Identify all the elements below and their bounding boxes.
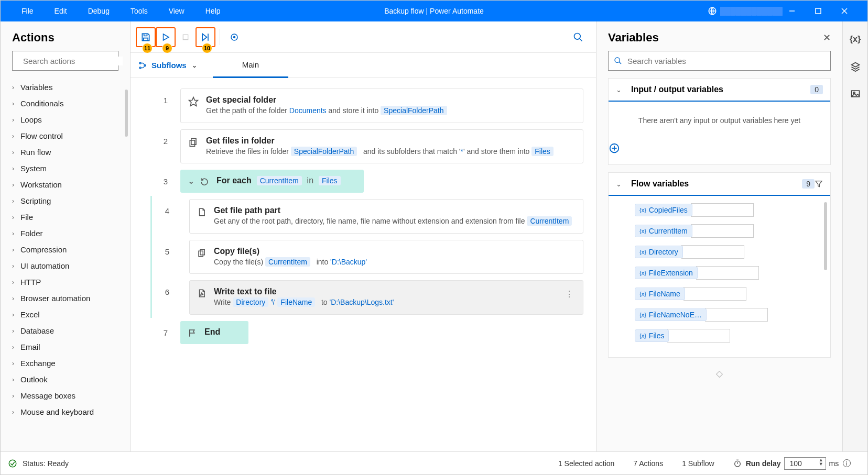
variable-chip[interactable]: {x}CopiedFiles bbox=[635, 204, 692, 216]
action-category[interactable]: ›UI automation bbox=[12, 258, 125, 274]
variable-chip[interactable]: {x}Files bbox=[635, 329, 669, 342]
status-bar: Status: Ready 1 Selected action 7 Action… bbox=[1, 451, 867, 474]
environment-badge[interactable]: ████████████ bbox=[701, 6, 789, 16]
flow-variable-row[interactable]: {x}FileNameNoE… bbox=[635, 308, 823, 322]
editor-search-button[interactable] bbox=[566, 25, 591, 50]
step-end[interactable]: End bbox=[180, 321, 248, 344]
chevron-right-icon: › bbox=[12, 84, 14, 91]
action-category[interactable]: ›Loops bbox=[12, 112, 125, 128]
step-get-files-in-folder[interactable]: Get files in folder Retrieve the files i… bbox=[180, 129, 583, 164]
step-copy-files[interactable]: Copy file(s) Copy the file(s) CurrentIte… bbox=[189, 240, 583, 274]
variables-search-box[interactable] bbox=[608, 51, 831, 71]
action-category[interactable]: ›Database bbox=[12, 323, 125, 339]
menu-help[interactable]: Help bbox=[195, 7, 231, 15]
variable-value-box[interactable] bbox=[667, 329, 730, 343]
action-category[interactable]: ›Outlook bbox=[12, 371, 125, 388]
maximize-button[interactable] bbox=[815, 8, 841, 14]
action-category[interactable]: ›Compression bbox=[12, 241, 125, 258]
action-category[interactable]: ›Mouse and keyboard bbox=[12, 404, 125, 420]
action-category[interactable]: ›Message boxes bbox=[12, 388, 125, 404]
step-for-each[interactable]: ⌄ For each CurrentItem in Files bbox=[180, 170, 364, 193]
variable-value-box[interactable] bbox=[696, 266, 759, 280]
action-category[interactable]: ›Run flow bbox=[12, 144, 125, 160]
variable-chip[interactable]: {x}FileExtension bbox=[635, 267, 698, 279]
actions-search-box[interactable] bbox=[12, 51, 118, 71]
action-category[interactable]: ›Flow control bbox=[12, 128, 125, 144]
action-category[interactable]: ›File bbox=[12, 209, 125, 225]
action-category[interactable]: ›Folder bbox=[12, 225, 125, 241]
chevron-down-icon: ⌄ bbox=[616, 86, 622, 94]
step-title: Get file path part bbox=[214, 206, 576, 215]
rail-layers-icon[interactable] bbox=[847, 58, 864, 75]
action-category[interactable]: ›HTTP bbox=[12, 274, 125, 290]
flow-variables-header[interactable]: ⌄ Flow variables 9 bbox=[609, 173, 830, 196]
run-button[interactable]: 9 bbox=[156, 27, 176, 47]
menu-view[interactable]: View bbox=[158, 7, 195, 15]
step-get-special-folder[interactable]: Get special folder Get the path of the f… bbox=[180, 89, 583, 123]
action-category[interactable]: ›System bbox=[12, 160, 125, 176]
variable-chip[interactable]: {x}CurrentItem bbox=[635, 225, 692, 237]
svg-point-24 bbox=[615, 58, 620, 62]
variable-value-box[interactable] bbox=[705, 308, 768, 322]
filter-icon[interactable] bbox=[815, 180, 823, 188]
variable-value-box[interactable] bbox=[681, 245, 744, 259]
info-icon[interactable]: i bbox=[843, 459, 851, 467]
subflows-dropdown[interactable]: Subflows ⌄ bbox=[138, 61, 197, 70]
chevron-right-icon: › bbox=[12, 311, 14, 318]
minimize-button[interactable] bbox=[789, 8, 815, 14]
step-write-text-to-file[interactable]: Write text to file Write Directory '\' F… bbox=[189, 280, 583, 315]
action-category[interactable]: ›Excel bbox=[12, 306, 125, 323]
collapse-icon[interactable]: ⌄ bbox=[188, 176, 194, 186]
flow-vars-scrollbar[interactable] bbox=[824, 202, 827, 270]
action-category[interactable]: ›Email bbox=[12, 339, 125, 355]
action-category[interactable]: ›Exchange bbox=[12, 355, 125, 371]
variable-value-box[interactable] bbox=[691, 224, 754, 238]
flow-variable-row[interactable]: {x}CurrentItem bbox=[635, 224, 823, 238]
status-text: Status: Ready bbox=[23, 459, 69, 468]
flow-variable-row[interactable]: {x}CopiedFiles bbox=[635, 203, 823, 217]
actions-list[interactable]: ›Variables›Conditionals›Loops›Flow contr… bbox=[1, 76, 130, 452]
svg-point-12 bbox=[233, 36, 236, 38]
save-button[interactable]: 11 bbox=[136, 27, 156, 47]
step-get-file-path-part[interactable]: Get file path part Get any of the root p… bbox=[189, 199, 583, 234]
chevron-right-icon: › bbox=[12, 295, 14, 302]
actions-search-input[interactable] bbox=[23, 57, 123, 65]
step-next-button[interactable]: 10 bbox=[196, 27, 215, 47]
record-button[interactable] bbox=[224, 27, 244, 47]
flow-variables-list[interactable]: {x}CopiedFiles{x}CurrentItem{x}Directory… bbox=[609, 196, 830, 357]
menu-file[interactable]: File bbox=[11, 7, 44, 15]
add-io-variable-button[interactable] bbox=[609, 139, 830, 164]
variable-chip[interactable]: {x}FileNameNoE… bbox=[635, 308, 707, 321]
action-category[interactable]: ›Workstation bbox=[12, 176, 125, 193]
action-category[interactable]: ›Browser automation bbox=[12, 290, 125, 306]
actions-scrollbar[interactable] bbox=[125, 90, 128, 137]
flow-variable-row[interactable]: {x}FileExtension bbox=[635, 266, 823, 280]
menu-edit[interactable]: Edit bbox=[44, 7, 78, 15]
tab-main[interactable]: Main bbox=[213, 53, 289, 78]
rail-images-icon[interactable] bbox=[847, 85, 864, 102]
chevron-right-icon: › bbox=[12, 149, 14, 156]
action-category[interactable]: ›Scripting bbox=[12, 193, 125, 209]
flow-variable-row[interactable]: {x}FileName bbox=[635, 287, 823, 301]
step-title: End bbox=[204, 327, 220, 337]
close-button[interactable] bbox=[841, 8, 867, 14]
menu-tools[interactable]: Tools bbox=[120, 7, 158, 15]
io-variables-header[interactable]: ⌄ Input / output variables 0 bbox=[609, 79, 830, 102]
more-menu-icon[interactable]: ⋮ bbox=[563, 287, 576, 301]
clear-variables-button[interactable]: ◇ bbox=[596, 365, 842, 382]
variables-search-input[interactable] bbox=[627, 57, 825, 65]
variable-value-box[interactable] bbox=[683, 287, 746, 301]
flow-variable-row[interactable]: {x}Directory bbox=[635, 245, 823, 259]
menu-debug[interactable]: Debug bbox=[78, 7, 120, 15]
close-panel-button[interactable]: ✕ bbox=[823, 32, 831, 43]
variable-chip[interactable]: {x}Directory bbox=[635, 246, 683, 258]
variable-chip[interactable]: {x}FileName bbox=[635, 288, 685, 300]
variable-value-box[interactable] bbox=[691, 203, 754, 217]
run-delay-input[interactable]: 100 ▲▼ bbox=[784, 457, 826, 470]
action-category[interactable]: ›Conditionals bbox=[12, 95, 125, 112]
flow-variable-row[interactable]: {x}Files bbox=[635, 329, 823, 343]
run-delay-label: Run delay bbox=[746, 459, 781, 468]
action-category[interactable]: ›Variables bbox=[12, 79, 125, 95]
rail-variables-icon[interactable]: {x} bbox=[847, 31, 864, 48]
flow-canvas[interactable]: 1 Get special folder Get the path of the… bbox=[131, 78, 596, 452]
